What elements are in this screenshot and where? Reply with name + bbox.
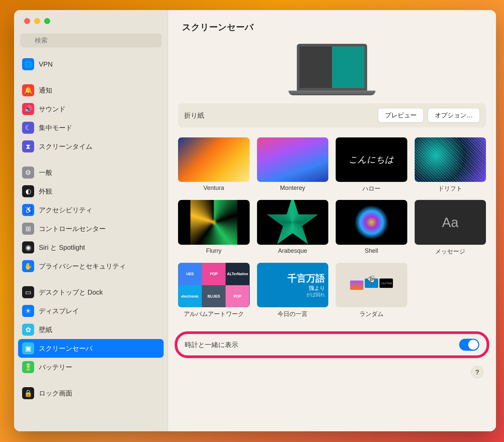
preview-button[interactable]: プレビュー: [378, 108, 424, 123]
sidebar-item-label: 通知: [39, 86, 52, 95]
screensaver-thumb-message: Aa: [415, 200, 486, 244]
screensaver-label: Flurry: [206, 247, 222, 254]
hand-icon: ✋: [22, 260, 34, 272]
options-button[interactable]: オプション…: [428, 108, 480, 123]
sidebar-item-7[interactable]: ♿アクセシビリティ: [18, 201, 164, 219]
preview-area: [168, 40, 496, 103]
screensaver-item-flurry[interactable]: Flurry: [178, 200, 250, 255]
sidebar-item-label: ディスプレイ: [39, 307, 79, 316]
sidebar-item-label: アクセシビリティ: [39, 206, 92, 215]
sidebar-item-label: コントロールセンター: [39, 224, 106, 233]
sidebar-item-label: 外観: [39, 187, 52, 196]
sidebar-item-5[interactable]: ⚙一般: [18, 163, 164, 182]
appearance-icon: ◐: [22, 185, 34, 197]
globe-icon: 🌐: [22, 58, 34, 70]
sidebar-item-11[interactable]: ▭デスクトップと Dock: [18, 283, 164, 302]
sidebar-item-label: ロック画面: [39, 389, 72, 398]
show-with-clock-toggle[interactable]: [459, 339, 479, 351]
screensaver-item-shell[interactable]: Shell: [336, 200, 407, 255]
screensaver-label: ハロー: [362, 185, 381, 193]
screensaver-label: Shell: [365, 247, 378, 254]
gear-icon: ⚙: [22, 167, 34, 179]
sidebar-item-label: プライバシーとセキュリティ: [39, 262, 126, 271]
sidebar-item-label: スクリーンセーバ: [39, 344, 92, 353]
screensaver-item-album[interactable]: UESPOPALTerNativeelectronicBLUESPOPアルバムア…: [178, 263, 250, 318]
sidebar-item-14[interactable]: ▣スクリーンセーバ: [18, 339, 164, 358]
sidebar-list: 🌐VPN🔔通知🔊サウンド☾集中モード⧗スクリーンタイム⚙一般◐外観♿アクセシビリ…: [14, 53, 168, 431]
lock-icon: 🔒: [22, 387, 34, 399]
sidebar-item-3[interactable]: ☾集中モード: [18, 118, 164, 137]
sidebar-item-label: デスクトップと Dock: [39, 288, 103, 297]
screensaver-label: ランダム: [359, 310, 384, 318]
speaker-icon: 🔊: [22, 103, 34, 115]
screensaver-label: Ventura: [203, 185, 224, 192]
screensaver-item-drift[interactable]: ドリフト: [415, 137, 486, 193]
sidebar-item-9[interactable]: ◉Siri と Spotlight: [18, 238, 164, 257]
show-with-clock-row: 時計と一緒に表示: [175, 331, 489, 358]
sidebar-item-8[interactable]: ⊞コントロールセンター: [18, 219, 164, 238]
screensaver-thumb-shell: [336, 200, 407, 244]
screensaver-thumb-random: こんにちは: [336, 263, 407, 307]
sidebar-item-4[interactable]: ⧗スクリーンタイム: [18, 137, 164, 156]
dock-icon: ▭: [22, 286, 34, 298]
screensaver-item-arabesque[interactable]: Arabesque: [257, 200, 329, 255]
flower-icon: ✿: [22, 324, 34, 336]
screensaver-item-word[interactable]: 千言万語隗よりがば回れ今日の一言: [257, 263, 329, 318]
siri-icon: ◉: [22, 241, 34, 253]
screensaver-item-ventura[interactable]: Ventura: [178, 137, 250, 193]
sidebar-item-15[interactable]: 🔋バッテリー: [18, 358, 164, 376]
sidebar-item-1[interactable]: 🔔通知: [18, 81, 164, 100]
screensaver-label: ドリフト: [438, 185, 462, 193]
zoom-icon[interactable]: [44, 18, 50, 24]
sidebar-item-label: VPN: [39, 61, 53, 68]
screensaver-thumb-hello: こんにちは: [336, 137, 407, 182]
sidebar-item-10[interactable]: ✋プライバシーとセキュリティ: [18, 257, 164, 275]
sidebar-item-12[interactable]: ☀ディスプレイ: [18, 302, 164, 320]
screensaver-label: 今日の一言: [277, 310, 308, 318]
screensaver-label: Monterey: [280, 185, 305, 192]
screensaver-item-hello[interactable]: こんにちはハロー: [336, 137, 407, 193]
screensaver-thumb-arabesque: [257, 200, 329, 244]
close-icon[interactable]: [24, 18, 30, 24]
screensaver-thumb-word: 千言万語隗よりがば回れ: [257, 263, 329, 307]
sidebar-item-label: 一般: [39, 168, 52, 177]
screensaver-thumb-flurry: [178, 200, 250, 244]
screensaver-item-message[interactable]: Aaメッセージ: [415, 200, 486, 255]
sidebar-item-16[interactable]: 🔒ロック画面: [18, 384, 164, 403]
sidebar-item-6[interactable]: ◐外観: [18, 182, 164, 201]
screensaver-label: Arabesque: [278, 247, 307, 254]
sidebar-item-label: サウンド: [39, 105, 66, 114]
screensaver-thumb-album: UESPOPALTerNativeelectronicBLUESPOP: [178, 263, 250, 307]
screensaver-info-bar: 折り紙 プレビュー オプション…: [178, 103, 486, 127]
help-button[interactable]: ?: [471, 366, 483, 378]
screensaver-thumb-monterey: [257, 137, 329, 182]
sidebar-item-2[interactable]: 🔊サウンド: [18, 100, 164, 118]
page-title: スクリーンセーバ: [182, 21, 482, 33]
sidebar-item-label: Siri と Spotlight: [39, 243, 85, 252]
window-controls: [14, 18, 168, 31]
accessibility-icon: ♿: [22, 204, 34, 216]
sidebar: 🌐VPN🔔通知🔊サウンド☾集中モード⧗スクリーンタイム⚙一般◐外観♿アクセシビリ…: [14, 10, 168, 431]
minimize-icon[interactable]: [34, 18, 40, 24]
screensaver-item-random[interactable]: こんにちはランダム: [336, 263, 407, 318]
hourglass-icon: ⧗: [22, 140, 34, 152]
sidebar-item-13[interactable]: ✿壁紙: [18, 320, 164, 339]
search-input[interactable]: [20, 33, 162, 47]
main-pane: スクリーンセーバ 折り紙 プレビュー オプション… VenturaMontere…: [168, 10, 496, 431]
sidebar-item-label: 集中モード: [39, 123, 72, 132]
screensaver-thumb-drift: [415, 137, 486, 182]
sidebar-item-0[interactable]: 🌐VPN: [18, 55, 164, 74]
switches-icon: ⊞: [22, 223, 34, 235]
show-with-clock-label: 時計と一緒に表示: [185, 340, 238, 349]
moon-icon: ☾: [22, 122, 34, 134]
settings-window: 🌐VPN🔔通知🔊サウンド☾集中モード⧗スクリーンタイム⚙一般◐外観♿アクセシビリ…: [14, 10, 496, 431]
current-screensaver-name: 折り紙: [184, 111, 204, 120]
screensaver-icon: ▣: [22, 342, 34, 354]
screensaver-thumb-ventura: [178, 137, 250, 182]
sidebar-item-label: 壁紙: [39, 325, 52, 334]
sidebar-item-label: スクリーンタイム: [39, 142, 92, 151]
sidebar-item-label: バッテリー: [39, 363, 72, 372]
screensaver-label: アルバムアートワーク: [184, 310, 244, 318]
screensaver-item-monterey[interactable]: Monterey: [257, 137, 329, 193]
screensaver-grid: VenturaMontereyこんにちはハロードリフトFlurryArabesq…: [168, 127, 496, 325]
